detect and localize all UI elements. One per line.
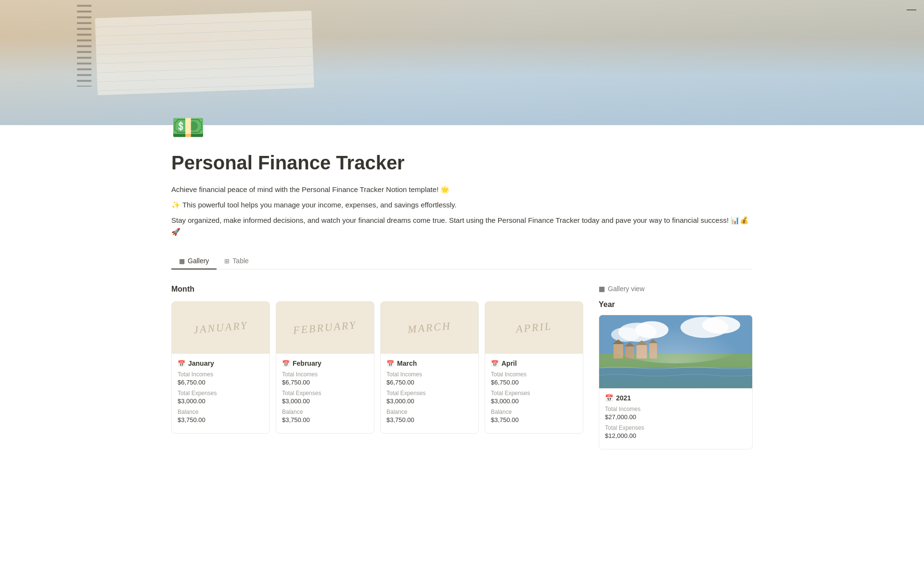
march-cover-text: March [407,320,452,336]
apr-incomes-label: Total Incomes [491,371,577,378]
page-description-1: Achieve financial peace of mind with the… [171,184,753,195]
march-title-row: 📅 March [386,359,473,367]
apr-balance-label: Balance [491,409,577,415]
february-cover: February [276,302,374,354]
jan-incomes-label: Total Incomes [178,371,264,378]
month-card-january[interactable]: January 📅 January Total Incomes $6,750.0… [171,301,270,434]
svg-marker-15 [648,339,658,343]
page-title: Personal Finance Tracker [171,151,753,174]
svg-point-2 [635,321,669,338]
april-cover: April [485,302,583,354]
year-cover-illustration [599,315,752,388]
gallery-view-label: Gallery view [608,285,644,293]
jan-balance-value: $3,750.00 [178,416,264,423]
mar-incomes-value: $6,750.00 [386,379,473,386]
year-incomes-label: Total Incomes [605,406,746,412]
april-cover-text: April [515,320,552,335]
month-card-february[interactable]: February 📅 February Total Incomes $6,750… [276,301,374,434]
jan-expenses-value: $3,000.00 [178,397,264,405]
months-grid: January 📅 January Total Incomes $6,750.0… [171,301,583,434]
mar-expenses-value: $3,000.00 [386,397,473,405]
hero-banner [0,0,924,125]
year-card-body: 📅 2021 Total Incomes $27,000.00 Total Ex… [599,388,752,449]
year-card[interactable]: 📅 2021 Total Incomes $27,000.00 Total Ex… [599,315,753,449]
svg-rect-9 [626,346,634,359]
mar-expenses-label: Total Expenses [386,390,473,397]
tab-gallery-label: Gallery [188,257,209,265]
sidebar-header: ▦ Gallery view [599,285,753,293]
february-title-row: 📅 February [282,359,368,367]
april-name: April [501,359,517,367]
page-description-2: ✨ This powerful tool helps you manage yo… [171,199,753,211]
january-cover: January [172,302,270,354]
march-cover: March [381,302,478,354]
svg-marker-14 [636,340,648,345]
mar-balance-label: Balance [386,409,473,415]
feb-balance-value: $3,750.00 [282,416,368,423]
svg-point-3 [611,327,640,342]
page-icon: 💵 [171,112,753,143]
apr-balance-value: $3,750.00 [491,416,577,423]
year-incomes-value: $27,000.00 [605,413,746,421]
year-expenses-value: $12,000.00 [605,432,746,439]
main-layout: Month January 📅 January Total Incomes $6… [171,269,753,449]
tab-gallery[interactable]: ▦ Gallery [171,253,217,269]
month-card-march[interactable]: March 📅 March Total Incomes $6,750.00 To… [380,301,479,434]
feb-expenses-value: $3,000.00 [282,397,368,405]
table-icon: ⊞ [224,257,230,265]
apr-expenses-value: $3,000.00 [491,397,577,405]
tab-table[interactable]: ⊞ Table [217,253,256,269]
jan-expenses-label: Total Expenses [178,390,264,397]
page-description-3: Stay organized, make informed decisions,… [171,215,753,238]
april-body: 📅 April Total Incomes $6,750.00 Total Ex… [485,354,583,433]
svg-marker-12 [613,339,624,344]
calendar-icon-apr: 📅 [491,360,499,367]
year-title-row: 📅 2021 [605,394,746,402]
apr-incomes-value: $6,750.00 [491,379,577,386]
calendar-icon-jan: 📅 [178,360,185,367]
svg-rect-10 [637,345,647,359]
year-section-title: Year [599,300,753,309]
february-cover-text: February [293,319,357,336]
mar-balance-value: $3,750.00 [386,416,473,423]
month-card-april[interactable]: April 📅 April Total Incomes $6,750.00 To… [485,301,583,434]
march-body: 📅 March Total Incomes $6,750.00 Total Ex… [381,354,478,433]
january-title-row: 📅 January [178,359,264,367]
january-body: 📅 January Total Incomes $6,750.00 Total … [172,354,270,433]
apr-expenses-label: Total Expenses [491,390,577,397]
jan-balance-label: Balance [178,409,264,415]
feb-balance-label: Balance [282,409,368,415]
sidebar-column: ▦ Gallery view Year [599,285,753,449]
february-body: 📅 February Total Incomes $6,750.00 Total… [276,354,374,433]
minimize-button[interactable]: — [907,4,916,15]
february-name: February [293,359,321,367]
year-expenses-label: Total Expenses [605,424,746,431]
gallery-view-icon: ▦ [599,285,605,293]
jan-incomes-value: $6,750.00 [178,379,264,386]
feb-incomes-label: Total Incomes [282,371,368,378]
calendar-icon-feb: 📅 [282,360,290,367]
year-label: 2021 [616,394,631,402]
svg-rect-6 [599,359,752,388]
svg-marker-13 [625,342,635,346]
march-name: March [397,359,417,367]
year-card-cover [599,315,752,388]
feb-expenses-label: Total Expenses [282,390,368,397]
april-title-row: 📅 April [491,359,577,367]
january-cover-text: January [193,319,248,336]
svg-rect-11 [649,343,657,359]
calendar-icon-year: 📅 [605,394,613,402]
january-name: January [188,359,214,367]
svg-rect-8 [614,344,623,359]
month-section-title: Month [171,285,583,294]
feb-incomes-value: $6,750.00 [282,379,368,386]
svg-point-5 [702,316,741,333]
main-column: Month January 📅 January Total Incomes $6… [171,285,583,434]
mar-incomes-label: Total Incomes [386,371,473,378]
tabs-row: ▦ Gallery ⊞ Table [171,253,753,269]
tab-table-label: Table [232,257,248,265]
calendar-icon-mar: 📅 [386,360,394,367]
gallery-icon: ▦ [179,257,185,265]
